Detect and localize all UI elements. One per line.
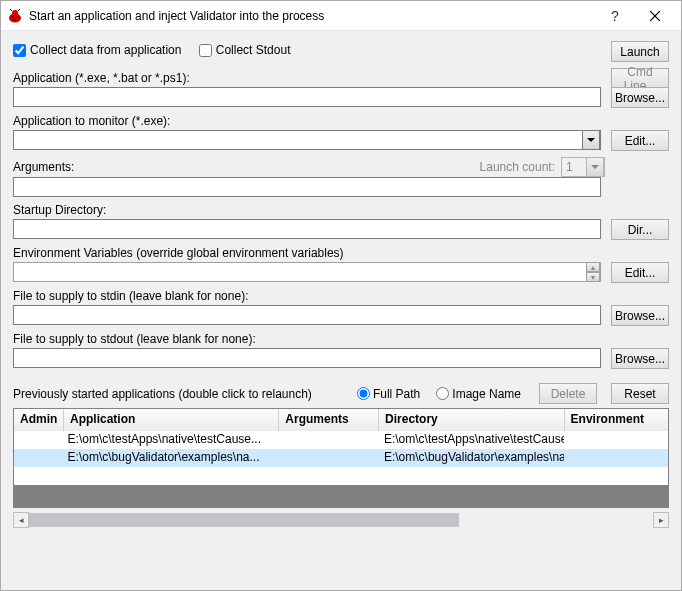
svg-line-6 (18, 9, 20, 11)
table-header: Admin Application Arguments Directory En… (14, 409, 668, 431)
titlebar: Start an application and inject Validato… (1, 1, 681, 31)
env-vars-edit-button[interactable]: Edit... (611, 262, 669, 283)
th-directory[interactable]: Directory (379, 409, 565, 431)
cell-arguments (278, 449, 378, 467)
full-path-radio-label: Full Path (373, 387, 420, 401)
app-icon (7, 8, 23, 24)
collect-stdout-label: Collect Stdout (216, 43, 291, 57)
stdout-browse-button[interactable]: Browse... (611, 348, 669, 369)
stdin-label: File to supply to stdin (leave blank for… (13, 289, 248, 303)
horizontal-scrollbar[interactable]: ◂ ▸ (13, 512, 669, 528)
app-monitor-dropdown[interactable] (13, 130, 601, 150)
cell-environment (564, 449, 668, 467)
collect-stdout-input[interactable] (199, 44, 212, 57)
env-vars-label: Environment Variables (override global e… (13, 246, 344, 260)
scroll-left-icon[interactable]: ◂ (13, 512, 29, 528)
window-title: Start an application and inject Validato… (29, 9, 595, 23)
scroll-thumb[interactable] (29, 513, 459, 527)
application-label: Application (*.exe, *.bat or *.ps1): (13, 71, 190, 85)
collect-data-checkbox[interactable]: Collect data from application (13, 43, 181, 57)
cell-directory: E:\om\c\testApps\native\testCause... (378, 431, 564, 449)
cell-arguments (278, 431, 378, 449)
image-name-radio-label: Image Name (452, 387, 521, 401)
startup-dir-input[interactable] (13, 219, 601, 239)
svg-marker-9 (587, 138, 595, 142)
th-environment[interactable]: Environment (565, 409, 668, 431)
scroll-track[interactable] (29, 513, 653, 527)
svg-point-4 (14, 19, 16, 21)
svg-point-2 (12, 16, 14, 18)
scroll-right-icon[interactable]: ▸ (653, 512, 669, 528)
full-path-radio[interactable]: Full Path (357, 387, 420, 401)
applications-table: Admin Application Arguments Directory En… (13, 408, 669, 508)
help-button[interactable]: ? (595, 1, 635, 31)
image-name-radio[interactable]: Image Name (436, 387, 521, 401)
full-path-radio-input[interactable] (357, 387, 370, 400)
app-monitor-label: Application to monitor (*.exe): (13, 114, 170, 128)
image-name-radio-input[interactable] (436, 387, 449, 400)
env-vars-input[interactable]: ▲ ▼ (13, 262, 601, 282)
stdout-label: File to supply to stdout (leave blank fo… (13, 332, 256, 346)
collect-stdout-checkbox[interactable]: Collect Stdout (199, 43, 291, 57)
close-button[interactable] (635, 1, 675, 31)
launch-count-select[interactable]: 1 (561, 157, 605, 177)
chevron-down-icon[interactable] (586, 157, 604, 177)
th-admin[interactable]: Admin (14, 409, 64, 431)
table-row[interactable]: E:\om\c\testApps\native\testCause... E:\… (14, 431, 668, 449)
cell-environment (564, 431, 668, 449)
arguments-label: Arguments: (13, 160, 74, 174)
cell-admin (14, 449, 62, 467)
spinner-up-icon[interactable]: ▲ (586, 262, 600, 272)
delete-button[interactable]: Delete (539, 383, 597, 404)
svg-point-1 (12, 10, 18, 16)
prev-started-label: Previously started applications (double … (13, 387, 341, 401)
launch-count-label: Launch count: (480, 160, 555, 174)
stdout-input[interactable] (13, 348, 601, 368)
launch-button[interactable]: Launch (611, 41, 669, 62)
startup-dir-button[interactable]: Dir... (611, 219, 669, 240)
table-row[interactable]: E:\om\c\bugValidator\examples\na... E:\o… (14, 449, 668, 467)
svg-point-3 (17, 16, 19, 18)
collect-data-input[interactable] (13, 44, 26, 57)
stdin-input[interactable] (13, 305, 601, 325)
cell-directory: E:\om\c\bugValidator\examples\na... (378, 449, 564, 467)
application-browse-button[interactable]: Browse... (611, 87, 669, 108)
collect-data-label: Collect data from application (30, 43, 181, 57)
launch-count-value: 1 (566, 160, 573, 174)
reset-button[interactable]: Reset (611, 383, 669, 404)
cell-admin (14, 431, 62, 449)
svg-line-5 (10, 9, 12, 11)
arguments-input[interactable] (13, 177, 601, 197)
th-application[interactable]: Application (64, 409, 279, 431)
cell-application: E:\om\c\testApps\native\testCause... (62, 431, 278, 449)
th-arguments[interactable]: Arguments (279, 409, 379, 431)
table-splitter[interactable] (14, 485, 668, 507)
startup-dir-label: Startup Directory: (13, 203, 106, 217)
cell-application: E:\om\c\bugValidator\examples\na... (62, 449, 278, 467)
spinner-down-icon[interactable]: ▼ (586, 272, 600, 282)
chevron-down-icon[interactable] (582, 130, 600, 150)
stdin-browse-button[interactable]: Browse... (611, 305, 669, 326)
application-input[interactable] (13, 87, 601, 107)
app-monitor-edit-button[interactable]: Edit... (611, 130, 669, 151)
svg-marker-10 (591, 165, 599, 169)
